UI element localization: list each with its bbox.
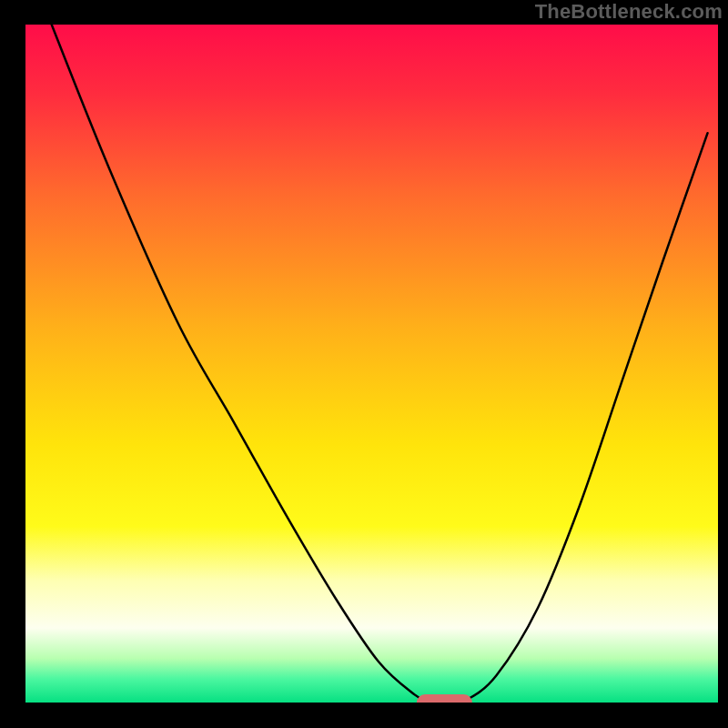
watermark-text: TheBottleneck.com <box>535 0 723 24</box>
chart-frame: TheBottleneck.com <box>0 0 728 728</box>
bottleneck-chart <box>0 0 728 728</box>
optimal-zone-marker <box>417 694 472 711</box>
gradient-background <box>25 25 718 703</box>
